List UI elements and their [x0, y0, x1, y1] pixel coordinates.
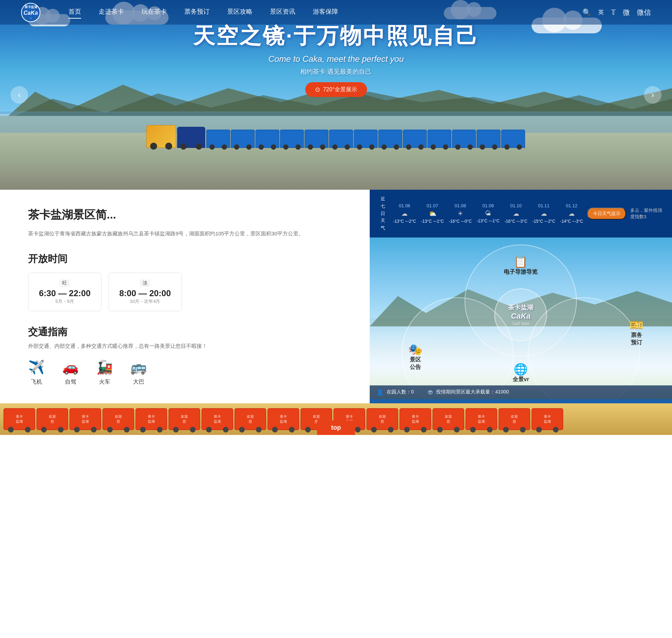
guide-label: 电子导游导览 [504, 268, 538, 276]
bottom-train-car: 欢迎您 [37, 408, 68, 430]
weather-day-2: 01.07 ⛅ -13°C ~-1°C [421, 203, 444, 224]
nav-item-home[interactable]: 首页 [68, 7, 81, 17]
weather-icon-7: ☁ [568, 210, 575, 217]
bottom-train-car: 欢迎您 [103, 408, 134, 430]
person-icon: 👤 [377, 389, 384, 396]
nav-item-news[interactable]: 景区资讯 [270, 7, 295, 17]
bus-icon: 🚌 [130, 359, 147, 375]
notice-icon: 🎭 [408, 343, 422, 356]
venn-diagram: 📋 电子导游导览 🎭 景区公告 🎫 票务预订 [387, 245, 654, 385]
panorama-button[interactable]: ⊙ 720°全景展示 [305, 82, 367, 97]
center-logo-en: CaKa [511, 312, 531, 321]
venn-top-label[interactable]: 📋 电子导游导览 [504, 255, 538, 276]
main-nav: 首页 走进茶卡 玩在茶卡 票务预订 景区攻略 景区资讯 游客保障 [68, 7, 582, 17]
train-label: 火车 [99, 378, 110, 386]
weather-day-3: 01.08 ☀ -16°C ~-0°C [449, 203, 472, 224]
peak-hours-card: 旺 6:30 — 22:00 5月－9月 [28, 273, 101, 311]
train-engine-yellow [146, 125, 176, 148]
intro-title: 茶卡盐湖景区简... [28, 207, 342, 223]
plane-label: 飞机 [31, 378, 42, 386]
notice-label: 景区公告 [408, 356, 422, 371]
hero-section: 天空之镜·于万物中照见自己 Come to Caka, meet the per… [0, 0, 672, 190]
bottom-info-bar: 👤 在园人数：0 🏟 投情期间景区最大承载量：41000 [370, 385, 672, 399]
hero-content: 天空之镜·于万物中照见自己 Come to Caka, meet the per… [193, 21, 479, 97]
nav-item-service[interactable]: 游客保障 [313, 7, 338, 17]
bottom-train-car: 茶卡盐湖 [268, 408, 299, 430]
transport-train[interactable]: 🚂 火车 [96, 359, 113, 386]
bottom-train-car: 茶卡盐湖 [136, 408, 167, 430]
visitors-label: 在园人数：0 [387, 389, 414, 395]
bottom-train-car: 欢迎您 [499, 408, 530, 430]
panorama-icon: ⊙ [315, 86, 320, 93]
venn-bottom-label[interactable]: 🌐 全景vr [513, 363, 529, 383]
weather-icon-1: ☁ [401, 210, 408, 217]
train-car [231, 130, 255, 148]
language-toggle[interactable]: 英 [598, 9, 604, 16]
traffic-desc: 外部交通、内部交通，多种交通方式暖心推荐，总有一路美景让您目不暇接！ [28, 343, 342, 350]
tiktok-icon[interactable]: 𝕋 [611, 8, 616, 17]
weather-icon-4: 🌤 [485, 210, 491, 217]
nav-item-ticket[interactable]: 票务预订 [184, 7, 210, 17]
weather-tip-button[interactable]: 今日天气提示 [587, 208, 626, 220]
train-bottom-strip: 茶卡盐湖 欢迎您 茶卡盐湖 欢迎您 茶卡盐湖 欢迎您 茶卡盐湖 欢迎您 茶卡盐湖… [0, 403, 672, 435]
plane-icon: ✈️ [28, 359, 45, 375]
bottom-train-car: 茶卡盐湖 [202, 408, 233, 430]
transport-icons: ✈️ 飞机 🚗 自驾 🚂 火车 🚌 大巴 [28, 359, 342, 386]
logo-icon: 茶卡盐湖 CaKa ≈ [21, 3, 40, 22]
weather-title: 近七日天气 [377, 195, 389, 232]
left-panel: 茶卡盐湖景区简... 茶卡盐湖位于青海省西藏古族蒙古族藏族州乌兰县茶卡镇盐湖路9… [0, 190, 370, 403]
transport-plane[interactable]: ✈️ 飞机 [28, 359, 45, 386]
logo[interactable]: 茶卡盐湖 CaKa ≈ [21, 3, 40, 22]
weather-days: 01.06 ☁ -13°C ~-2°C 01.07 ⛅ -13°C ~-1°C … [393, 203, 583, 224]
wechat-icon[interactable]: 微信 [637, 8, 651, 17]
off-hours-card: 淡 8:00 — 20:00 10月－次年4月 [108, 273, 182, 311]
ticket-label: 票务预订 [630, 332, 644, 346]
train-car [206, 130, 230, 148]
venn-center: 茶卡盐湖 CaKa Salt lake [494, 288, 547, 341]
train-icon: 🚂 [96, 359, 113, 375]
logo-cn: 茶卡盐湖 [25, 5, 37, 9]
header: 茶卡盐湖 CaKa ≈ 首页 走进茶卡 玩在茶卡 票务预订 景区攻略 景区资讯 … [0, 0, 672, 25]
bottom-train-car: 茶卡盐湖 [70, 408, 101, 430]
bottom-train-car: 茶卡盐湖 [532, 408, 563, 430]
peak-season: 5月－9月 [55, 298, 74, 305]
capacity-info: 🏟 投情期间景区最大承载量：41000 [428, 389, 509, 396]
hero-subtitle: 相约茶卡·遇见最美的自己 [193, 67, 479, 76]
top-button[interactable]: top [317, 421, 355, 435]
nav-item-play[interactable]: 玩在茶卡 [141, 7, 167, 17]
nav-item-guide[interactable]: 景区攻略 [227, 7, 252, 17]
logo-en: CaKa [24, 10, 38, 16]
weibo-icon[interactable]: 微 [623, 8, 630, 17]
header-right: 🔍 英 𝕋 微 微信 [582, 8, 651, 17]
intro-desc: 茶卡盐湖位于青海省西藏古族蒙古族藏族州乌兰县茶卡镇盐湖路9号，湖面面积约105平… [28, 229, 342, 238]
weather-day-4: 01.09 🌤 -13°C ~-1°C [477, 203, 500, 224]
bottom-train-car: 茶卡盐湖 [466, 408, 497, 430]
search-icon[interactable]: 🔍 [582, 8, 591, 17]
bottom-train-car: 欢迎您 [169, 408, 200, 430]
transport-car[interactable]: 🚗 自驾 [62, 359, 79, 386]
train-engine-blue [177, 127, 205, 148]
weather-day-7: 01.12 ☁ -14°C ~-3°C [560, 203, 583, 224]
vr-icon: 🌐 [513, 363, 529, 376]
weather-strip: 近七日天气 01.06 ☁ -13°C ~-2°C 01.07 ⛅ -13°C … [370, 190, 672, 237]
open-hours-title: 开放时间 [28, 252, 342, 266]
weather-icon-3: ☀ [457, 210, 463, 217]
venn-left-label[interactable]: 🎭 景区公告 [408, 343, 422, 371]
train-car [378, 130, 402, 148]
train-car [428, 130, 452, 148]
weather-day-1: 01.06 ☁ -13°C ~-2°C [393, 203, 416, 224]
train-car [477, 130, 501, 148]
capacity-label: 投情期间景区最大承载量：41000 [436, 389, 509, 395]
bottom-train-car: 欢迎您 [235, 408, 266, 430]
train-car [452, 130, 476, 148]
nav-item-about[interactable]: 走进茶卡 [99, 7, 124, 17]
hero-prev-button[interactable]: ‹ [11, 86, 28, 104]
hero-next-button[interactable]: › [644, 86, 661, 104]
train-car [403, 130, 427, 148]
transport-bus[interactable]: 🚌 大巴 [130, 359, 147, 386]
weather-day-5: 01.10 ☁ -16°C ~-3°C [505, 203, 527, 224]
train-car [256, 130, 279, 148]
venn-right-label[interactable]: 🎫 票务预订 [630, 318, 644, 346]
right-panel: 近七日天气 01.06 ☁ -13°C ~-2°C 01.07 ⛅ -13°C … [370, 190, 672, 403]
hero-train [146, 125, 526, 148]
